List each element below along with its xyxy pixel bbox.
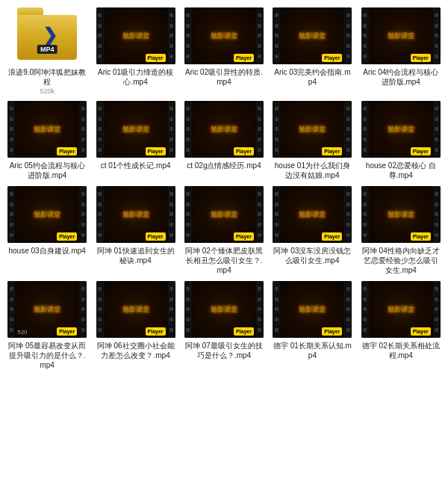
- video-thumb: 魅影课堂 Player: [7, 186, 87, 243]
- film-holes-left: [7, 186, 15, 243]
- grid-item-2[interactable]: 魅影课堂 Player Aric 02吸引异性的特质.mp4: [183, 7, 265, 95]
- play-badge: Player: [57, 232, 77, 241]
- grid-item-9[interactable]: 魅影课堂 Player house 02恋爱核心 自尊.mp4: [360, 101, 442, 180]
- grid-item-6[interactable]: 魅影课堂 Player ct 01个性成长记.mp4: [94, 101, 176, 180]
- thumb-logo: 魅影课堂: [388, 306, 414, 314]
- film-holes-left: [184, 101, 192, 158]
- film-holes-left: [96, 7, 104, 64]
- video-thumb: 魅影课堂 Player: [96, 101, 175, 158]
- video-thumb: 魅影课堂 Player: [273, 186, 352, 243]
- item-label: 浪迹9.0阿坤洋狐把妹教程: [7, 67, 87, 87]
- film-holes-right: [344, 281, 352, 338]
- item-label: Aric 03完美约会指南.mp4: [273, 67, 352, 87]
- grid-item-1[interactable]: 魅影课堂 Player Aric 01吸引力缔造的核心.mp4: [94, 7, 176, 95]
- grid-item-19[interactable]: 魅影课堂 Player 德宇 02长期关系相处流程.mp4: [360, 281, 442, 370]
- play-badge: Player: [411, 147, 431, 155]
- item-label: house 02恋爱核心 自尊.mp4: [361, 161, 441, 180]
- film-holes-left: [361, 7, 369, 64]
- video-thumb: 魅影课堂 Player: [361, 101, 441, 158]
- item-label: 阿坤 06社交圈小社会能力差怎么改变？.mp4: [96, 341, 175, 360]
- play-badge: Player: [322, 54, 342, 62]
- film-holes-left: [273, 281, 280, 338]
- thumb-logo: 魅影课堂: [388, 211, 414, 219]
- item-label: Aric 01吸引力缔造的核心.mp4: [96, 67, 175, 87]
- film-holes-right: [344, 186, 352, 243]
- film-holes-left: [96, 186, 104, 243]
- thumb-logo: 魅影课堂: [122, 306, 149, 314]
- video-thumb: 魅影课堂 Player: [184, 186, 264, 243]
- item-label: house 03自身建设.mp4: [7, 246, 87, 256]
- play-badge: Player: [322, 327, 342, 336]
- item-label: ct 01个性成长记.mp4: [96, 161, 175, 170]
- grid-item-4[interactable]: 魅影课堂 Player Aric 04约会流程与核心进阶版.mp4: [360, 7, 442, 95]
- play-badge: Player: [146, 147, 166, 155]
- folder-icon: ❯ MP4: [17, 7, 77, 60]
- item-label: 德宇 01长期关系认知.mp4: [273, 341, 352, 360]
- grid-item-16[interactable]: 魅影课堂 Player 阿坤 06社交圈小社会能力差怎么改变？.mp4: [94, 281, 176, 370]
- thumb-logo: 魅影课堂: [299, 32, 326, 40]
- item-label: 阿坤 04性格内向缺乏才艺恋爱经验少怎么吸引女生.mp4: [361, 246, 441, 275]
- play-badge: Player: [57, 147, 77, 155]
- grid-item-10[interactable]: 魅影课堂 Player house 03自身建设.mp4: [6, 186, 88, 275]
- film-holes-right: [168, 186, 175, 243]
- grid-item-8[interactable]: 魅影课堂 Player house 01为什么我们身边没有姑娘.mp4: [271, 101, 353, 180]
- film-holes-right: [344, 101, 352, 158]
- file-grid: ❯ MP4 浪迹9.0阿坤洋狐把妹教程 520k 魅影课堂: [0, 0, 448, 377]
- thumb-logo: 魅影课堂: [211, 32, 237, 40]
- film-holes-right: [256, 281, 264, 338]
- film-holes-left: [361, 281, 369, 338]
- thumb-logo: 魅影课堂: [34, 211, 60, 219]
- film-holes-right: [256, 186, 264, 243]
- film-holes-left: [361, 101, 369, 158]
- grid-item-13[interactable]: 魅影课堂 Player 阿坤 03没车没房没钱怎么吸引女生.mp4: [271, 186, 353, 275]
- folder-thumb: ❯ MP4: [7, 7, 87, 64]
- item-label: Aric 04约会流程与核心进阶版.mp4: [361, 67, 441, 87]
- grid-item-12[interactable]: 魅影课堂 Player 阿坤 02个矮体肥皮肤黑长相丑怎么吸引女生？.mp4: [183, 186, 265, 275]
- video-thumb: 魅影课堂 Player: [184, 281, 264, 338]
- thumb-logo: 魅影课堂: [34, 306, 60, 314]
- film-holes-right: [168, 101, 175, 158]
- play-badge: Player: [411, 327, 431, 336]
- film-holes-right: [433, 281, 441, 338]
- item-label: Aric 02吸引异性的特质.mp4: [184, 67, 264, 87]
- item-label: ct 02g点情感经历.mp4: [184, 161, 264, 170]
- video-thumb: 魅影课堂 Player 520: [7, 281, 87, 338]
- grid-item-0[interactable]: ❯ MP4 浪迹9.0阿坤洋狐把妹教程 520k: [6, 7, 88, 95]
- grid-item-7[interactable]: 魅影课堂 Player ct 02g点情感经历.mp4: [183, 101, 265, 180]
- play-badge: Player: [234, 54, 254, 62]
- play-badge: Player: [234, 232, 254, 241]
- video-thumb: 魅影课堂 Player: [273, 281, 352, 338]
- play-badge: Player: [234, 147, 254, 155]
- grid-item-3[interactable]: 魅影课堂 Player Aric 03完美约会指南.mp4: [271, 7, 353, 95]
- play-badge: Player: [146, 54, 166, 62]
- film-holes-right: [79, 281, 87, 338]
- thumb-logo: 魅影课堂: [388, 32, 414, 40]
- grid-item-15[interactable]: 魅影课堂 Player 520 阿坤 05最容易改变从而提升吸引力的是什么？.m…: [6, 281, 88, 370]
- film-holes-right: [433, 7, 441, 64]
- video-thumb: 魅影课堂 Player: [96, 7, 175, 64]
- grid-item-17[interactable]: 魅影课堂 Player 阿坤 07最吸引女生的技巧是什么？.mp4: [183, 281, 265, 370]
- video-thumb: 魅影课堂 Player: [361, 7, 441, 64]
- play-badge: Player: [322, 147, 342, 155]
- film-holes-left: [7, 281, 15, 338]
- film-holes-left: [273, 186, 280, 243]
- video-thumb: 魅影课堂 Player: [361, 186, 441, 243]
- item-label: 阿坤 05最容易改变从而提升吸引力的是什么？.mp4: [7, 341, 87, 370]
- film-holes-right: [79, 101, 87, 158]
- thumb-logo: 魅影课堂: [211, 126, 237, 134]
- film-holes-right: [256, 101, 264, 158]
- play-badge: Player: [322, 232, 342, 241]
- item-label: 德宇 02长期关系相处流程.mp4: [361, 341, 441, 360]
- grid-item-11[interactable]: 魅影课堂 Player 阿坤 01快速追到女生的秘诀.mp4: [94, 186, 176, 275]
- video-thumb: 魅影课堂 Player: [273, 7, 352, 64]
- film-holes-right: [168, 281, 175, 338]
- grid-item-18[interactable]: 魅影课堂 Player 德宇 01长期关系认知.mp4: [271, 281, 353, 370]
- grid-item-14[interactable]: 魅影课堂 Player 阿坤 04性格内向缺乏才艺恋爱经验少怎么吸引女生.mp4: [360, 186, 442, 275]
- play-badge: Player: [411, 54, 431, 62]
- video-thumb: 魅影课堂 Player: [96, 186, 175, 243]
- thumb-logo: 魅影课堂: [299, 126, 326, 134]
- film-holes-left: [273, 101, 280, 158]
- film-holes-left: [96, 101, 104, 158]
- grid-item-5[interactable]: 魅影课堂 Player Aric 05约会流程与核心进阶版.mp4: [6, 101, 88, 180]
- film-holes-right: [344, 7, 352, 64]
